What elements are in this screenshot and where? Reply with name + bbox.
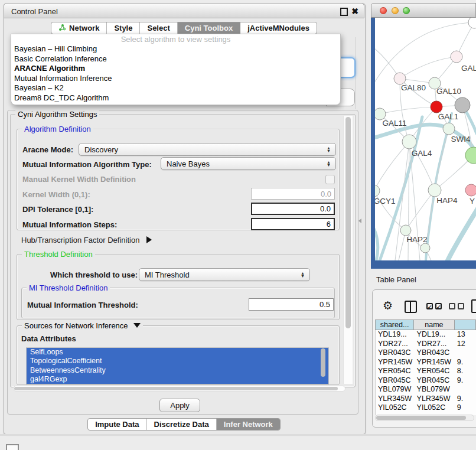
node-label-gcy1: GCY1 <box>375 197 395 206</box>
tab-network[interactable]: Network <box>51 22 107 34</box>
algorithm-option-dream8-dc-tdc-algorithm[interactable]: Dream8 DC_TDC Algorithm <box>11 93 340 103</box>
settings-group-title: Cyni Algorithm Settings <box>15 110 99 119</box>
network-node-gal[interactable] <box>451 51 462 63</box>
split-pane-sash-icon[interactable] <box>358 219 361 223</box>
table-row[interactable]: YPR145WYPR145W9. <box>376 358 476 367</box>
table-row[interactable]: YBR043CYBR043C <box>376 348 476 358</box>
gear-icon[interactable]: ⚙ <box>383 298 393 314</box>
unchecked-box-icon[interactable] <box>449 303 455 309</box>
close-traffic-light[interactable] <box>380 7 387 14</box>
stepper-arrows-icon: ▲▼ <box>327 161 331 167</box>
manual-kernel-checkbox[interactable] <box>325 175 335 184</box>
document-icon[interactable] <box>471 299 476 313</box>
kernel-width-label: Kernel Width (0,1): <box>22 190 90 199</box>
network-node-swi4[interactable] <box>443 123 455 135</box>
unchecked-box-icon[interactable] <box>458 303 464 309</box>
settings-horizontal-scrollbar[interactable] <box>13 386 345 392</box>
network-node-gal11[interactable] <box>375 108 386 120</box>
scrollbar-thumb[interactable] <box>345 117 351 328</box>
node-label-y: Y <box>470 197 475 206</box>
table-row[interactable]: YBR045CYBR045C9. <box>376 376 476 386</box>
stepper-arrows-icon: ▲▼ <box>327 146 331 152</box>
network-node[interactable] <box>420 243 430 253</box>
scrollbar-thumb[interactable] <box>14 387 338 390</box>
table-row[interactable]: YDR27...YDR27...12 <box>376 340 476 349</box>
minimized-panel-icon[interactable] <box>6 444 19 450</box>
sources-title-text: Sources for Network Inference <box>24 321 128 330</box>
network-node-gal80[interactable] <box>394 73 406 84</box>
tab-impute-data[interactable]: Impute Data <box>88 419 146 430</box>
sources-group-title[interactable]: Sources for Network Inference <box>22 321 143 330</box>
network-node[interactable] <box>455 97 470 113</box>
tab-discretize-data[interactable]: Discretize Data <box>147 419 217 430</box>
table-row[interactable]: YLR345WYLR345W9. <box>376 394 476 404</box>
table-row[interactable]: YDL19...YDL19...13 <box>376 330 476 340</box>
mi-type-combo[interactable]: Naive Bayes ▲▼ <box>161 157 336 170</box>
tab-select[interactable]: Select <box>140 22 177 34</box>
data-attributes-list[interactable]: SelfLoopsTopologicalCoefficientBetweenne… <box>26 347 329 384</box>
cyni-bottom-tabbar: Impute DataDiscretize DataInfer Network <box>4 418 364 431</box>
network-node-gcy1[interactable] <box>375 185 380 197</box>
network-canvas[interactable]: GALGAL80GAL10GAL1GAL11SWI4GAL4GCY1HAP4YH… <box>375 18 476 260</box>
column-header-name[interactable]: name <box>414 319 455 330</box>
network-window-titlebar[interactable] <box>371 3 476 18</box>
column-header-shared[interactable]: shared... <box>375 319 414 330</box>
mi-steps-field[interactable]: 6 <box>251 218 335 230</box>
node-label-gal80: GAL80 <box>401 83 426 92</box>
kernel-width-field[interactable]: 0.0 <box>251 188 335 200</box>
table-row[interactable]: YBL079WYBL079W <box>376 385 476 394</box>
tab-cyni-toolbox[interactable]: Cyni Toolbox <box>178 22 240 34</box>
mi-threshold-field[interactable]: 0.5 <box>249 298 334 311</box>
control-panel-title: Control Panel <box>11 7 58 16</box>
network-node-hap2[interactable] <box>400 225 411 236</box>
table-row[interactable]: YER054CYER054C8. <box>376 367 476 376</box>
tab-jactivemnodules[interactable]: jActiveMNodules <box>240 22 317 34</box>
checked-box-icon[interactable]: ✓ <box>435 303 442 309</box>
hub-section-toggle[interactable]: Hub/Transcription Factor Definition <box>21 236 152 244</box>
settings-vertical-scrollbar[interactable] <box>343 116 353 384</box>
apply-button[interactable]: Apply <box>159 399 200 412</box>
attribute-item-betweennesscentrality[interactable]: BetweennessCentrality <box>27 366 328 375</box>
hub-section-label: Hub/Transcription Factor Definition <box>21 236 139 244</box>
scrollbar-thumb[interactable] <box>376 416 466 420</box>
network-node[interactable] <box>465 147 476 164</box>
column-header-2[interactable] <box>455 319 476 330</box>
table-header-row: shared...name <box>375 319 476 330</box>
dpi-tolerance-field[interactable]: 0.0 <box>251 203 335 215</box>
close-icon[interactable]: ✖ <box>351 6 358 16</box>
attribute-item-topologicalcoefficient[interactable]: TopologicalCoefficient <box>27 357 328 366</box>
algorithm-select-popup[interactable]: Select algorithm to view settings Bayesi… <box>11 34 341 105</box>
algorithm-option-bayesian-k2[interactable]: Bayesian – K2 <box>11 83 340 93</box>
table-cell: YBR043C <box>415 348 455 358</box>
network-node[interactable] <box>468 18 476 28</box>
tab-infer-network[interactable]: Infer Network <box>217 419 280 430</box>
attribute-item-gal4rgexp[interactable]: gal4RGexp <box>27 375 328 384</box>
tab-style[interactable]: Style <box>107 22 140 34</box>
attributes-scrollbar-thumb[interactable] <box>321 348 325 377</box>
aracne-mode-combo[interactable]: Discovery ▲▼ <box>79 143 336 156</box>
network-node-hap4[interactable] <box>428 184 441 197</box>
network-node-gal4[interactable] <box>402 135 416 149</box>
algorithm-option-basic-correlation-inference[interactable]: Basic Correlation Inference <box>11 54 340 64</box>
algorithm-option-mutual-information-inference[interactable]: Mutual Information Inference <box>11 74 340 84</box>
attribute-item-selfloops[interactable]: SelfLoops <box>27 348 328 357</box>
network-node-y[interactable] <box>465 184 476 196</box>
table-row[interactable]: YIL052CYIL052C9 <box>376 403 476 413</box>
algorithm-option-bayesian-hill-climbing[interactable]: Bayesian – Hill Climbing <box>11 44 340 54</box>
control-panel-tabbar: NetworkStyleSelectCyni ToolboxjActiveMNo… <box>4 22 364 34</box>
network-node-gal1[interactable] <box>431 101 442 113</box>
minimize-traffic-light[interactable] <box>392 7 399 14</box>
window-bottom-edge <box>0 434 476 436</box>
table-horizontal-scrollbar[interactable] <box>375 415 474 421</box>
algorithm-options-list: Bayesian – Hill ClimbingBasic Correlatio… <box>11 44 340 103</box>
columns-icon[interactable] <box>405 301 417 313</box>
control-panel-titlebar[interactable]: Control Panel ✖ <box>4 3 364 18</box>
checked-box-icon[interactable]: ✓ <box>426 303 433 309</box>
float-window-icon[interactable] <box>340 8 348 16</box>
zoom-traffic-light[interactable] <box>403 7 410 14</box>
algorithm-option-aracne-algorithm[interactable]: ARACNE Algorithm <box>11 64 340 74</box>
which-threshold-combo[interactable]: MI Threshold ▲▼ <box>139 268 310 281</box>
aracne-mode-value: Discovery <box>84 145 118 154</box>
expand-arrow-icon <box>146 236 152 243</box>
mi-steps-label: Mutual Information Steps: <box>22 220 117 229</box>
